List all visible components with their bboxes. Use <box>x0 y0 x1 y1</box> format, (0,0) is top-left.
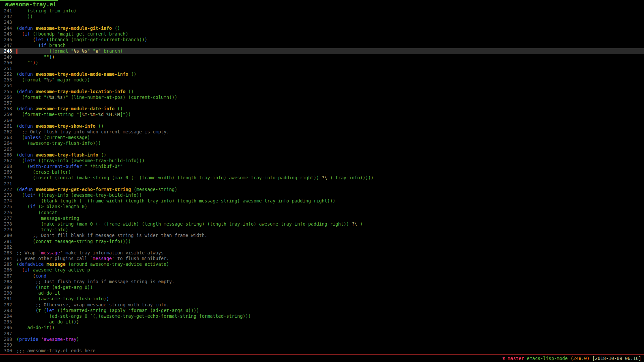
code-token: ( <box>16 337 19 342</box>
code-line[interactable]: 272(defun awesome-tray-get-echo-format-s… <box>0 187 644 192</box>
code-token <box>16 31 22 37</box>
code-line[interactable]: 281 (concat message-string tray-info)))) <box>0 239 644 244</box>
code-line[interactable]: 253 (format "%s" major-mode)) <box>0 77 644 83</box>
code-line[interactable]: 245 (if (fboundp 'magit-get-current-bran… <box>0 31 644 37</box>
code-token <box>33 71 36 77</box>
line-number: 275 <box>0 204 12 209</box>
code-line[interactable]: 265 <box>0 146 644 152</box>
code-token: ) <box>357 221 363 227</box>
cursor-position: (248:0) <box>571 356 590 361</box>
code-line[interactable]: 262 ;; Only flush tray info when current… <box>0 129 644 135</box>
code-line[interactable]: 293 (t (let ((formatted-string (apply 'f… <box>0 308 644 313</box>
line-number: 243 <box>0 19 12 25</box>
code-token <box>16 273 33 279</box>
code-line[interactable]: 294 (ad-set-args 0 `(,(awesome-tray-get-… <box>0 313 644 319</box>
code-line[interactable]: 279 tray-info) <box>0 227 644 233</box>
code-token: ;; Otherwise, wrap message string with t… <box>16 302 169 307</box>
code-token: %d <box>98 112 104 117</box>
code-line[interactable]: 274 (blank-length (- (frame-width) (leng… <box>0 198 644 204</box>
code-line[interactable]: 298(provide 'awesome-tray) <box>0 337 644 342</box>
code-line[interactable]: 263 (unless (current-message) <box>0 135 644 140</box>
code-line[interactable]: 283;; Wrap `message' make tray informati… <box>0 250 644 256</box>
code-line[interactable]: 275 (if (> blank-length 0) <box>0 204 644 209</box>
line-number: 298 <box>0 337 12 342</box>
code-token <box>33 123 36 129</box>
code-line[interactable]: 286 (if awesome-tray-active-p <box>0 267 644 273</box>
code-line[interactable]: 264 (awesome-tray-flush-info))) <box>0 140 644 146</box>
code-line[interactable]: 256 (format "(%s:%s)" (line-number-at-po… <box>0 95 644 100</box>
code-line[interactable]: 259 (format-time-string "[%Y-%m-%d %H:%M… <box>0 112 644 117</box>
code-line[interactable]: 280 ;; Don't fill blank if message strin… <box>0 233 644 238</box>
code-token: message-string <box>16 216 79 221</box>
code-editor[interactable]: 241 (string-trim info)242 ))243244(defun… <box>0 8 644 354</box>
code-token: let <box>46 308 54 313</box>
code-token <box>16 308 36 313</box>
code-line[interactable]: 288 ;; Just flush tray info if message s… <box>0 279 644 285</box>
code-line[interactable]: 247 (if branch <box>0 43 644 48</box>
code-line[interactable]: 266(defun awesome-tray-flush-info () <box>0 152 644 158</box>
code-line[interactable]: 278 (make-string (max 0 (- (frame-width)… <box>0 221 644 227</box>
code-line[interactable]: 282 <box>0 244 644 250</box>
code-line[interactable]: 276 (concat <box>0 210 644 216</box>
code-line[interactable]: 248 (format "%s %s" "♜" branch) <box>0 48 644 54</box>
code-line[interactable]: 261(defun awesome-tray-show-info () <box>0 123 644 129</box>
code-token: %s <box>74 48 79 54</box>
code-line[interactable]: 267 (let* ((tray-info (awesome-tray-buil… <box>0 158 644 164</box>
code-line[interactable]: 243 <box>0 19 644 25</box>
line-number: 286 <box>0 267 12 273</box>
line-number: 288 <box>0 279 12 285</box>
code-line[interactable]: 249 "")) <box>0 54 644 60</box>
code-line[interactable]: 300;;; awesome-tray.el ends here <box>0 348 644 354</box>
code-line[interactable]: 271 <box>0 181 644 187</box>
code-line[interactable]: 255(defun awesome-tray-module-location-i… <box>0 89 644 95</box>
code-token: provide <box>19 337 38 342</box>
code-line[interactable]: 250 "")) <box>0 60 644 66</box>
code-line[interactable]: 252(defun awesome-tray-module-mode-name-… <box>0 71 644 77</box>
code-line[interactable]: 296 ad-do-it)) <box>0 325 644 330</box>
code-line[interactable]: 284;; even other plugins call `message' … <box>0 256 644 261</box>
code-line[interactable]: 268 (with-current-buffer " *Minibuf-0*" <box>0 164 644 169</box>
code-line[interactable]: 269 (erase-buffer) <box>0 169 644 175</box>
code-line[interactable]: 273 (let* ((tray-info (awesome-tray-buil… <box>0 192 644 198</box>
code-line[interactable]: 290 ad-do-it <box>0 290 644 296</box>
code-token: ;;; awesome-tray.el ends here <box>16 348 96 353</box>
code-line[interactable]: 257 <box>0 100 644 106</box>
line-number: 244 <box>0 25 12 31</box>
code-line[interactable]: 244(defun awesome-tray-module-git-info (… <box>0 25 644 31</box>
code-token: (around awesome-tray-advice activate) <box>65 261 169 267</box>
line-number: 252 <box>0 71 12 77</box>
line-number: 268 <box>0 164 12 169</box>
line-number: 276 <box>0 210 12 216</box>
code-line[interactable]: 242 )) <box>0 14 644 19</box>
git-branch-label: master <box>508 356 524 361</box>
code-line[interactable]: 254 <box>0 83 644 88</box>
code-line[interactable]: 260 <box>0 118 644 123</box>
code-token: (erase-buffer) <box>16 169 71 175</box>
code-line[interactable]: 287 (cond <box>0 273 644 279</box>
code-token: () <box>125 89 133 94</box>
code-line[interactable]: 246 (let ((branch (magit-get-current-bra… <box>0 37 644 43</box>
line-number: 281 <box>0 239 12 244</box>
code-line[interactable]: 270 (insert (concat (make-string (max 0 … <box>0 175 644 181</box>
code-token: awesome-tray-module-git-info <box>36 25 112 31</box>
line-number: 247 <box>0 43 12 48</box>
code-line[interactable]: 297 <box>0 331 644 337</box>
code-token: %s <box>82 48 87 54</box>
code-line[interactable]: 295 ad-do-it))) <box>0 319 644 325</box>
code-token: message <box>41 250 60 255</box>
code-token <box>38 337 41 342</box>
code-line[interactable]: 292 ;; Otherwise, wrap message string wi… <box>0 302 644 308</box>
code-line[interactable]: 258(defun awesome-tray-module-date-info … <box>0 106 644 112</box>
code-line[interactable]: 289 ((not (ad-get-arg 0)) <box>0 285 644 290</box>
code-token <box>16 285 36 290</box>
code-token: t ( <box>38 308 46 313</box>
code-line[interactable]: 277 message-string <box>0 216 644 221</box>
code-line[interactable]: 251 <box>0 66 644 71</box>
code-line[interactable]: 291 (awesome-tray-flush-info)) <box>0 296 644 302</box>
code-token <box>33 152 36 158</box>
code-token: awesome-tray-active-p <box>30 267 90 273</box>
code-line[interactable]: 241 (string-trim info) <box>0 8 644 14</box>
code-line[interactable]: 285(defadvice message (around awesome-tr… <box>0 261 644 267</box>
code-token <box>79 48 82 54</box>
code-line[interactable]: 299 <box>0 342 644 348</box>
